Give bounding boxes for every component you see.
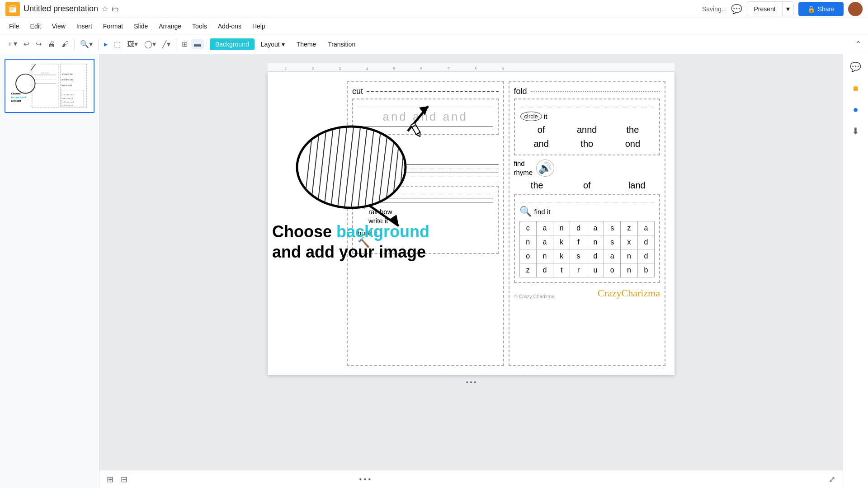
top-right-controls: Saving... 💬 Present ▾ 🔒 Share [702,1,863,16]
redo-button[interactable]: ↪ [33,38,44,50]
print-button[interactable]: 🖨 [45,38,58,50]
comment-button[interactable]: 💬 [731,4,742,14]
share-lock-icon: 🔒 [807,5,815,13]
toolbar-expand-button[interactable]: ⌃ [852,38,864,51]
present-label[interactable]: Present [747,3,782,15]
letter-cell: d [537,263,553,277]
svg-rect-5 [10,60,89,112]
svg-line-30 [324,127,333,208]
letter-cell: a [537,235,553,249]
svg-line-27 [304,129,313,208]
star-icon[interactable]: ☆ [102,5,108,13]
svg-rect-4 [9,9,13,10]
trace-area: and and and [352,99,499,135]
separator-3 [176,39,176,50]
sidebar-download-icon[interactable]: ⬇ [849,123,862,139]
plus-tool[interactable]: ⊞ [179,38,190,50]
expand-view-button[interactable]: ⤢ [827,473,837,486]
word-and: and [520,139,562,149]
letter-cell: s [604,235,621,249]
title-area: Untitled presentation ☆ 🗁 [24,4,702,14]
line-tool[interactable]: ╱▾ [160,38,173,50]
watermark-text: CrazyCharizma [598,287,660,299]
arch-icon: ⌒ [358,206,366,217]
present-button[interactable]: Present ▾ [747,1,793,16]
menu-arrange[interactable]: Arrange [153,21,187,32]
words-grid: of annd the and tho ond [520,125,654,149]
magnifier-icon: 🔍 [519,206,532,217]
svg-rect-1 [9,6,15,7]
layout-button[interactable]: Layout ▾ [255,38,290,50]
shapes-tool[interactable]: ◯▾ [142,38,159,50]
separator-4 [207,39,207,50]
ruler-tick: 6 [408,66,435,71]
word-ond: ond [612,139,654,149]
menu-edit[interactable]: Edit [25,21,47,32]
zoom-button[interactable]: 🔍▾ [77,38,95,50]
menu-format[interactable]: Format [98,21,128,32]
paint-format-button[interactable]: 🖌 [59,38,71,50]
cut-section: cut [352,87,499,96]
letter-cell: k [553,235,570,249]
menu-help[interactable]: Help [247,21,271,32]
transition-button[interactable]: Transition [322,38,361,50]
sidebar-yellow-icon[interactable]: ■ [850,80,861,96]
trace-it-label: trace it [352,140,373,147]
letter-cell: n [587,235,604,249]
find-it-label: find it [534,208,551,216]
letter-cell: x [621,235,637,249]
bottom-bar: ⊞ ⊟ • • • ⤢ [99,470,843,488]
layout-shape[interactable]: ▬ [191,39,204,49]
select-tool[interactable]: ⬚ [111,38,123,50]
letter-cell: r [570,263,587,277]
slide-canvas[interactable]: Choose background and add your image cut [268,72,675,375]
sidebar-blue-icon[interactable]: ● [850,102,861,117]
folder-icon[interactable]: 🗁 [112,5,119,13]
choose-prefix: Choose [272,222,336,241]
grid-view-button[interactable]: ⊞ [105,473,115,486]
canvas-area[interactable]: 1 2 3 4 5 6 7 8 9 [99,54,843,488]
svg-text:o n k s d a n d: o n k s d a n d [63,101,74,103]
word-tho: tho [566,139,608,149]
watermark-area: © Crazy Charizma CrazyCharizma [514,287,660,299]
menu-addons[interactable]: Add-ons [212,21,247,32]
slide-thumbnail-1[interactable]: 1 and and [5,59,94,113]
menu-view[interactable]: View [47,21,71,32]
write-label-area: write it ✏️ [352,151,499,161]
add-image-text: and add your image [272,243,429,262]
word-of-2: of [564,180,610,191]
svg-line-32 [338,127,347,208]
undo-button[interactable]: ↩ [21,38,32,50]
circle-section: circle it of annd the and tho ond [514,99,660,155]
present-dropdown-arrow[interactable]: ▾ [782,2,793,16]
letter-cell: n [520,235,537,249]
share-button[interactable]: 🔒 Share [798,2,844,16]
theme-button[interactable]: Theme [291,38,322,50]
word-land: land [614,180,660,191]
letter-cell: d [638,235,655,249]
menu-file[interactable]: File [4,21,25,32]
sidebar-comments-icon[interactable]: 💬 [847,59,864,75]
ruler-tick: 1 [272,66,299,71]
rainbow-label: rainbow [368,208,392,216]
share-label: Share [818,5,835,13]
menu-insert[interactable]: Insert [71,21,98,32]
fold-section: fold [514,87,660,96]
menu-tools[interactable]: Tools [187,21,212,32]
letter-cell: d [570,221,587,235]
svg-text:c a n d a s z a: c a n d a s z a [63,94,74,96]
filmstrip-view-button[interactable]: ⊟ [119,473,129,486]
document-title[interactable]: Untitled presentation [24,4,98,14]
slide-number: 1 [0,83,0,89]
ruler-tick: 4 [354,66,381,71]
menu-slide[interactable]: Slide [128,21,153,32]
image-tool[interactable]: 🖼▾ [124,38,141,50]
rhyme-words: the of land [514,180,660,191]
background-button[interactable]: Background [210,38,255,50]
right-worksheet: fold circle it of [509,81,666,366]
cut-label: cut [352,87,363,96]
letter-cell: n [621,263,637,277]
cursor-tool[interactable]: ▸ [101,38,110,50]
add-button[interactable]: ＋▾ [4,38,20,51]
user-avatar[interactable] [848,2,863,16]
